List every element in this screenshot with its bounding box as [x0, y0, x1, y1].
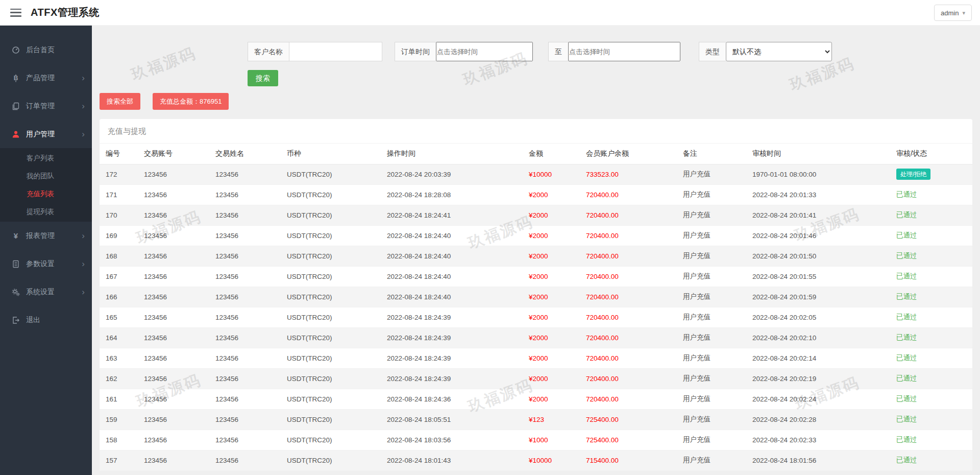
sidebar-item-system[interactable]: 系统设置 ›	[0, 278, 92, 306]
cell-op-time: 2022-08-24 18:05:51	[381, 409, 523, 430]
cell-account: 123456	[138, 450, 209, 470]
column-header-name: 交易姓名	[209, 144, 281, 164]
status-passed-label: 已通过	[896, 334, 917, 341]
cell-audit-time: 2022-08-24 20:01:33	[746, 184, 890, 205]
cell-currency: USDT(TRC20)	[281, 307, 381, 327]
cell-status: 已通过	[890, 450, 972, 470]
cell-amount: ¥2000	[523, 266, 580, 287]
table-row: 166123456123456USDT(TRC20)2022-08-24 18:…	[100, 287, 972, 307]
sidebar-item-orders[interactable]: 订单管理 ›	[0, 92, 92, 120]
cell-amount: ¥2000	[523, 184, 580, 205]
gear-icon	[11, 288, 20, 296]
cell-op-time: 2022-08-24 18:01:43	[381, 450, 523, 470]
cell-id: 167	[100, 266, 138, 287]
cell-remark: 用户充值	[677, 205, 746, 225]
status-passed-label: 已通过	[896, 252, 917, 259]
sidebar-subitem-my-team[interactable]: 我的团队	[0, 167, 92, 185]
table-row: 163123456123456USDT(TRC20)2022-08-24 18:…	[100, 348, 972, 368]
cell-balance: 715400.00	[580, 450, 677, 470]
order-time-end-input[interactable]	[568, 42, 680, 61]
filter-bar: 客户名称 订单时间 至 类型 默认不选	[100, 42, 972, 61]
cell-id: 170	[100, 205, 138, 225]
cell-currency: USDT(TRC20)	[281, 450, 381, 470]
cell-balance: 720400.00	[580, 266, 677, 287]
cell-remark: 用户充值	[677, 287, 746, 307]
cell-amount: ¥2000	[523, 225, 580, 246]
sidebar-item-users[interactable]: 用户管理 ›	[0, 120, 92, 148]
cell-account: 123456	[138, 287, 209, 307]
cell-status: 已通过	[890, 184, 972, 205]
recharge-table-body: 172123456123456USDT(TRC20)2022-08-24 20:…	[100, 164, 972, 470]
sidebar-subitem-withdraw-list[interactable]: 提现列表	[0, 203, 92, 221]
status-passed-label: 已通过	[896, 231, 917, 239]
cell-remark: 用户充值	[677, 450, 746, 470]
cell-op-time: 2022-08-24 18:24:41	[381, 205, 523, 225]
status-passed-label: 已通过	[896, 191, 917, 198]
cell-account: 123456	[138, 368, 209, 389]
cell-remark: 用户充值	[677, 307, 746, 327]
cell-name: 123456	[209, 246, 281, 266]
table-row: 157123456123456USDT(TRC20)2022-08-24 18:…	[100, 450, 972, 470]
product-icon: B	[11, 74, 20, 82]
cell-currency: USDT(TRC20)	[281, 368, 381, 389]
page: ATFX管理系统 admin ▾ 后台首页 B 产品管理 ›	[0, 0, 980, 475]
cell-balance: 720400.00	[580, 327, 677, 348]
chevron-right-icon: ›	[82, 102, 85, 110]
customer-name-input[interactable]	[289, 42, 382, 61]
search-button[interactable]: 搜索	[248, 70, 278, 86]
sidebar-item-logout[interactable]: 退出	[0, 306, 92, 334]
cell-amount: ¥2000	[523, 368, 580, 389]
cell-amount: ¥2000	[523, 246, 580, 266]
recharge-table: 编号 交易账号 交易姓名 币种 操作时间 金额 会员账户余额 备注 审核时间 审…	[100, 144, 972, 471]
table-row: 171123456123456USDT(TRC20)2022-08-24 18:…	[100, 184, 972, 205]
search-all-button[interactable]: 搜索全部	[100, 93, 140, 110]
cell-amount: ¥2000	[523, 205, 580, 225]
cell-audit-time: 2022-08-24 20:02:33	[746, 430, 890, 450]
sidebar-item-label: 报表管理	[26, 231, 55, 241]
status-passed-label: 已通过	[896, 272, 917, 280]
cell-name: 123456	[209, 184, 281, 205]
order-time-group: 订单时间 至	[395, 42, 680, 61]
type-select[interactable]: 默认不选	[726, 42, 832, 61]
sidebar-subitem-recharge-list[interactable]: 充值列表	[0, 185, 92, 203]
cell-name: 123456	[209, 205, 281, 225]
sidebar-item-label: 后台首页	[26, 45, 55, 55]
cell-name: 123456	[209, 266, 281, 287]
sidebar-item-home[interactable]: 后台首页	[0, 36, 92, 64]
table-row: 161123456123456USDT(TRC20)2022-08-24 18:…	[100, 389, 972, 409]
cell-name: 123456	[209, 450, 281, 470]
menu-toggle-icon[interactable]	[10, 9, 21, 17]
caret-down-icon: ▾	[962, 10, 965, 16]
status-pending-badge[interactable]: 处理/拒绝	[896, 169, 930, 180]
customer-name-group: 客户名称	[248, 42, 382, 61]
order-time-start-input[interactable]	[436, 42, 533, 61]
cell-account: 123456	[138, 430, 209, 450]
cell-op-time: 2022-08-24 18:28:08	[381, 184, 523, 205]
status-passed-label: 已通过	[896, 313, 917, 321]
cell-op-time: 2022-08-24 18:24:40	[381, 246, 523, 266]
sidebar-item-reports[interactable]: ¥ 报表管理 ›	[0, 222, 92, 250]
chevron-right-icon: ›	[82, 259, 85, 268]
cell-id: 163	[100, 348, 138, 368]
sidebar-subitem-customer-list[interactable]: 客户列表	[0, 149, 92, 167]
cell-id: 165	[100, 307, 138, 327]
cell-balance: 720400.00	[580, 389, 677, 409]
cell-name: 123456	[209, 307, 281, 327]
cell-name: 123456	[209, 409, 281, 430]
to-label: 至	[548, 42, 568, 61]
cell-audit-time: 2022-08-24 20:02:24	[746, 389, 890, 409]
cell-account: 123456	[138, 348, 209, 368]
yen-report-icon: ¥	[11, 231, 20, 240]
user-menu-button[interactable]: admin ▾	[934, 5, 972, 21]
cell-amount: ¥2000	[523, 287, 580, 307]
status-passed-label: 已通过	[896, 456, 917, 464]
cell-account: 123456	[138, 184, 209, 205]
sidebar-item-products[interactable]: B 产品管理 ›	[0, 64, 92, 92]
cell-currency: USDT(TRC20)	[281, 430, 381, 450]
cell-audit-time: 1970-01-01 08:00:00	[746, 164, 890, 184]
cell-status: 已通过	[890, 307, 972, 327]
cell-op-time: 2022-08-24 18:24:39	[381, 348, 523, 368]
cell-balance: 725400.00	[580, 430, 677, 450]
sidebar-item-params[interactable]: 参数设置 ›	[0, 250, 92, 278]
sidebar: 后台首页 B 产品管理 › 订单管理 › 用户管理	[0, 26, 92, 475]
